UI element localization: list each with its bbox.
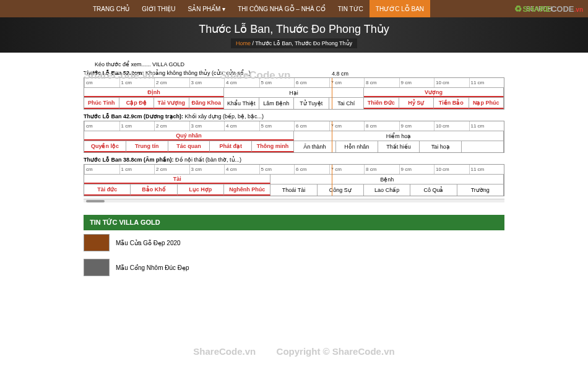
ruler-groups: ĐịnhHạiVượng (84, 88, 504, 98)
ruler-cell: Công Sự (318, 184, 364, 196)
news-thumbnail (84, 234, 110, 251)
ruler-group: Định (84, 88, 224, 97)
ruler-cell: Đăng Khoa (189, 98, 225, 109)
ruler-cell: Quyền lộc (84, 141, 126, 152)
ruler-cell: Tai Chí (329, 98, 365, 109)
ruler-label: Thước Lỗ Ban 52.2cm: Khoảng không thông … (84, 69, 504, 77)
ruler-cell: Tai hoạ (420, 141, 462, 152)
ruler-cell: Hỗn nhân (336, 141, 378, 152)
nav-item[interactable]: TIN TỨC (332, 0, 370, 17)
ruler-cell: Thất hiếu (378, 141, 420, 152)
ruler[interactable]: cm1 cm2 cm3 cm4 cm5 cm6 cm7 cm8 cm9 cm10… (84, 121, 504, 153)
ruler-groups: Quý nhânHiểm hoạ (84, 131, 504, 141)
news-item[interactable]: Mẫu Cửa Gỗ Đẹp 2020 (84, 230, 504, 255)
ruler-cell: Hỷ Sự (399, 98, 435, 109)
ruler-cell: Nạp Phúc (469, 98, 504, 109)
ruler-group: Tài (84, 175, 270, 184)
ruler-cell: Thông minh (252, 141, 294, 152)
ruler-cell: Phúc Tinh (84, 98, 119, 109)
ruler-cell: Tiền Bảo (434, 98, 469, 109)
ruler-groups: TàiBệnh (84, 175, 504, 184)
ruler-group: Hiểm hoạ (294, 131, 504, 141)
ruler-cell: Tài đức (84, 184, 131, 196)
ruler-cell: Tử Tuyệt (294, 98, 329, 109)
ruler-group: Vượng (364, 88, 504, 97)
top-nav: TRANG CHỦGIỚI THIỆUSẢN PHẨM ▾THI CÔNG NH… (0, 0, 588, 17)
instruction-text: Kéo thước để xem...... VILLA GOLD (84, 58, 504, 69)
news-title: Mẫu Cửa Gỗ Đẹp 2020 (116, 240, 181, 246)
indicator-line[interactable] (332, 78, 332, 109)
ruler-cell: Thoái Tài (270, 184, 317, 196)
ruler-cell: Thiên Đức (364, 98, 399, 109)
breadcrumb-current: Thước Lỗ Ban, Thước Đo Phong Thủy (255, 40, 352, 46)
ruler-cell: Cập Đệ (119, 98, 155, 109)
nav-item[interactable]: GIỚI THIỆU (136, 0, 181, 17)
ruler-label: Thước Lỗ Ban 42.9cm (Dương trạch): Khối … (84, 112, 504, 121)
ruler-cell: Bảo Khố (131, 184, 177, 196)
news-thumbnail (84, 259, 110, 276)
news-heading: TIN TỨC VILLA GOLD (84, 215, 504, 230)
indicator-line[interactable] (332, 121, 332, 152)
ruler-cells: Phúc TinhCập ĐệTài VượngĐăng KhoaKhẩu Th… (84, 98, 504, 109)
nav-item[interactable]: THI CÔNG NHÀ GỖ – NHÀ CỔ (231, 0, 332, 17)
ruler-cell: Cô Quả (410, 184, 457, 196)
nav-item[interactable]: THƯỚC LỖ BAN (370, 0, 430, 17)
news-item[interactable]: Mẫu Cổng Nhôm Đúc Đẹp (84, 255, 504, 280)
ruler-cell: Lục Hợp (178, 184, 224, 196)
ruler-scrollbar[interactable] (84, 199, 504, 202)
ruler-cells: Quyền lộcTrung tínTác quanPhát đạtThông … (84, 141, 504, 152)
ruler-cell: Phát đạt (210, 141, 252, 152)
news-section: TIN TỨC VILLA GOLD Mẫu Cửa Gỗ Đẹp 2020Mẫ… (84, 215, 504, 280)
ruler-cell: Trung tín (126, 141, 168, 152)
ruler-cell: Trường (457, 184, 504, 196)
ruler[interactable]: cm1 cm2 cm3 cm4 cm5 cm6 cm7 cm8 cm9 cm10… (84, 164, 504, 196)
page-title: Thước Lỗ Ban, Thước Đo Phong Thủy (199, 22, 389, 36)
ruler-cell: Lao Chấp (364, 184, 410, 196)
ruler-label: Thước Lỗ Ban 38.8cm (Âm phần): Đồ nội th… (84, 155, 504, 164)
ruler[interactable]: 4.8 cmcm1 cm2 cm3 cm4 cm5 cm6 cm7 cm8 cm… (84, 77, 504, 110)
ruler-ticks: cm1 cm2 cm3 cm4 cm5 cm6 cm7 cm8 cm9 cm10… (84, 78, 504, 88)
ruler-cell: Lâm Bệnh (259, 98, 295, 109)
ruler-content: Kéo thước để xem...... VILLA GOLD Thước … (0, 53, 588, 202)
news-title: Mẫu Cổng Nhôm Đúc Đẹp (116, 264, 189, 271)
ruler-cells: Tài đứcBảo KhốLục HợpNghênh PhúcThoái Tà… (84, 184, 504, 196)
breadcrumb-home[interactable]: Home (236, 40, 251, 46)
ruler-ticks: cm1 cm2 cm3 cm4 cm5 cm6 cm7 cm8 cm9 cm10… (84, 121, 504, 131)
ruler-group: Hại (224, 88, 364, 97)
indicator-line[interactable] (332, 165, 332, 196)
hero-banner: Thước Lỗ Ban, Thước Đo Phong Thủy Home /… (0, 17, 588, 53)
ruler-cell: Tài Vượng (154, 98, 189, 109)
ruler-cell: Tác quan (168, 141, 210, 152)
watermark-copyright: ShareCode.vn Copyright © ShareCode.vn (0, 346, 588, 357)
ruler-cell: Khẩu Thiệt (224, 98, 259, 109)
nav-item[interactable]: SẢN PHẨM ▾ (182, 0, 232, 17)
ruler-group: Quý nhân (84, 131, 294, 141)
breadcrumb: Home / Thước Lỗ Ban, Thước Đo Phong Thủy (231, 38, 357, 48)
ruler-cell: Ân thành (294, 141, 336, 152)
indicator-value: 4.8 cm (332, 71, 348, 77)
sharecode-logo: ♻SHARECODE.vn (514, 4, 583, 14)
nav-item[interactable]: TRANG CHỦ (87, 0, 136, 17)
ruler-cell: Nghênh Phúc (224, 184, 270, 196)
ruler-cell (462, 141, 504, 152)
ruler-ticks: cm1 cm2 cm3 cm4 cm5 cm6 cm7 cm8 cm9 cm10… (84, 165, 504, 175)
ruler-group: Bệnh (270, 175, 504, 184)
